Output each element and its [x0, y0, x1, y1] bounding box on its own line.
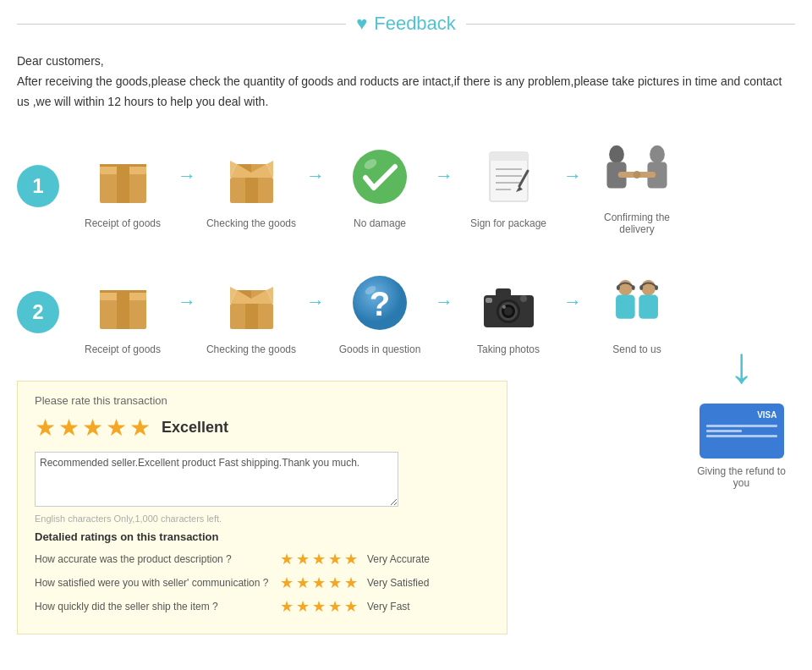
- step-1-3: No damage: [329, 143, 431, 229]
- q1-star-4[interactable]: ★: [328, 550, 342, 568]
- step-icon-box-closed-2: [89, 269, 156, 337]
- feedback-textarea[interactable]: Recommended seller.Excellent product Fas…: [35, 452, 398, 507]
- heart-icon: ♥: [356, 13, 367, 35]
- process-row-1: 1: [17, 129, 688, 244]
- main-content: 1: [17, 129, 795, 634]
- refund-label: Giving the refund to you: [688, 465, 795, 489]
- star-5[interactable]: ★: [129, 414, 151, 442]
- step-icon-question: ?: [346, 269, 414, 337]
- q2-star-1[interactable]: ★: [280, 574, 294, 592]
- right-panel: ↓ VISA Giving the refund to you: [688, 129, 795, 489]
- header-title: Feedback: [374, 13, 456, 35]
- q1-star-2[interactable]: ★: [296, 550, 310, 568]
- svg-point-50: [504, 307, 513, 316]
- svg-point-25: [650, 146, 665, 163]
- arrow-2-2: →: [306, 291, 325, 313]
- arrow-1-4: →: [563, 165, 582, 187]
- rating-row-3: How quickly did the seller ship the item…: [35, 597, 490, 616]
- header-section: ♥ Feedback: [17, 13, 795, 35]
- arrow-1-2: →: [306, 165, 325, 187]
- rating-row-1: How accurate was the product description…: [35, 550, 490, 568]
- q1-star-1[interactable]: ★: [280, 550, 294, 568]
- process-row-2: 2: [17, 261, 688, 364]
- svg-rect-3: [117, 171, 129, 203]
- svg-rect-16: [490, 152, 528, 161]
- step-label-1-1: Receipt of goods: [85, 217, 161, 229]
- svg-rect-57: [632, 285, 635, 290]
- step-icon-camera: [475, 269, 542, 337]
- step-label-1-2: Checking the goods: [206, 217, 296, 229]
- svg-rect-4: [100, 164, 146, 167]
- svg-point-51: [502, 305, 506, 309]
- step-1-2: Checking the goods: [200, 143, 302, 229]
- star-2[interactable]: ★: [58, 414, 80, 442]
- card-lines: [706, 425, 777, 440]
- card-line-1: [706, 425, 777, 427]
- step-icon-box-open-1: [217, 143, 285, 211]
- arrow-1-3: →: [435, 165, 453, 187]
- step-label-2-2: Checking the goods: [206, 343, 296, 355]
- q3-star-1[interactable]: ★: [280, 597, 294, 616]
- q2-value: Very Satisfied: [367, 577, 429, 589]
- q3-star-4[interactable]: ★: [328, 597, 342, 616]
- step-number-2: 2: [17, 291, 59, 333]
- q2-star-5[interactable]: ★: [344, 574, 358, 592]
- star-4[interactable]: ★: [106, 414, 127, 442]
- svg-rect-34: [100, 290, 146, 293]
- detailed-title: Detalied ratings on this transaction: [35, 530, 490, 543]
- q3-star-3[interactable]: ★: [312, 597, 326, 616]
- step-2-4: Taking photos: [458, 269, 559, 355]
- rating-row-2: How satisfied were you with seller' comm…: [35, 574, 490, 592]
- step-icon-box-closed-1: [89, 143, 156, 211]
- step-items-1: Receipt of goods →: [72, 137, 688, 235]
- step-label-1-5: Confirming the delivery: [586, 211, 688, 235]
- q3-star-2[interactable]: ★: [296, 597, 310, 616]
- step-label-2-3: Goods in question: [339, 343, 421, 355]
- credit-card-icon: VISA: [700, 404, 784, 459]
- step-1-5: Confirming the delivery: [586, 137, 688, 235]
- svg-rect-53: [486, 298, 492, 303]
- excellent-label: Excellent: [162, 419, 228, 437]
- intro-text: Dear customers, After receiving the good…: [17, 52, 795, 112]
- step-icon-sign: [475, 143, 542, 211]
- svg-rect-56: [617, 285, 620, 290]
- step-2-2: Checking the goods: [200, 269, 302, 355]
- q1-star-3[interactable]: ★: [312, 550, 326, 568]
- question-1: How accurate was the product description…: [35, 553, 280, 565]
- svg-rect-46: [496, 288, 511, 297]
- q2-star-3[interactable]: ★: [312, 574, 326, 592]
- process-block-2: 2: [17, 261, 688, 364]
- main-stars-row: ★ ★ ★ ★ ★ Excellent: [35, 414, 490, 442]
- step-icon-support: [603, 269, 671, 337]
- stars-q2: ★ ★ ★ ★ ★ Very Satisfied: [280, 574, 429, 592]
- step-1-4: Sign for package: [458, 143, 559, 229]
- step-2-3: ? Goods in question: [329, 269, 431, 355]
- arrow-2-3: →: [435, 291, 453, 313]
- svg-rect-33: [117, 297, 129, 329]
- step-label-1-4: Sign for package: [470, 217, 546, 229]
- svg-point-13: [354, 151, 405, 202]
- q1-value: Very Accurate: [367, 553, 430, 565]
- q3-star-5[interactable]: ★: [344, 597, 358, 616]
- star-3[interactable]: ★: [82, 414, 103, 442]
- q2-star-2[interactable]: ★: [296, 574, 310, 592]
- svg-rect-39: [245, 304, 258, 329]
- card-brand: VISA: [706, 410, 777, 420]
- card-line-2: [706, 430, 742, 432]
- q1-star-5[interactable]: ★: [344, 550, 358, 568]
- step-label-2-1: Receipt of goods: [85, 343, 161, 355]
- process-block-1: 1: [17, 129, 688, 244]
- svg-point-29: [634, 171, 641, 178]
- down-arrow-icon: ↓: [729, 340, 754, 391]
- star-1[interactable]: ★: [35, 414, 56, 442]
- char-limit: English characters Only,1,000 characters…: [35, 513, 490, 524]
- q2-star-4[interactable]: ★: [328, 574, 342, 592]
- intro-line2: After receiving the goods,please check t…: [17, 72, 795, 113]
- step-2-5: Send to us: [586, 269, 688, 355]
- step-icon-handshake: [603, 137, 671, 205]
- step-label-2-5: Send to us: [612, 343, 661, 355]
- down-arrow-container: ↓: [729, 340, 754, 391]
- step-items-2: Receipt of goods →: [72, 269, 688, 355]
- svg-rect-60: [639, 285, 643, 290]
- step-2-1: Receipt of goods: [72, 269, 173, 355]
